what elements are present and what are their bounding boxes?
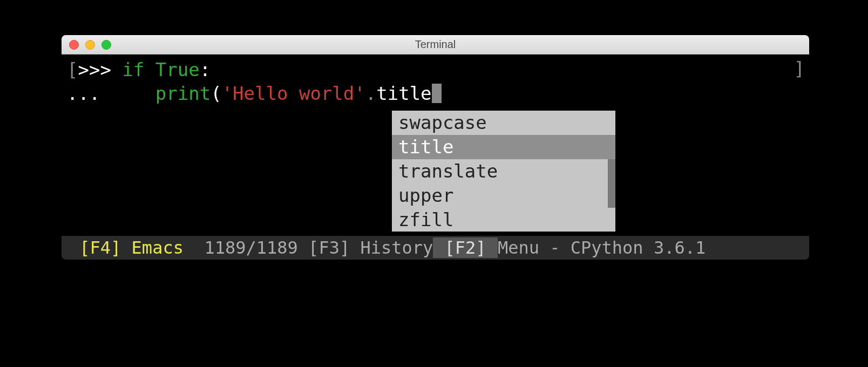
- completion-item[interactable]: swapcase: [392, 111, 615, 135]
- maximize-icon[interactable]: [101, 40, 111, 50]
- titlebar: Terminal: [62, 35, 809, 55]
- f3-key[interactable]: [F3]: [298, 237, 361, 258]
- terminal-window: Terminal ] [>>> if True: ... print('Hell…: [62, 35, 809, 260]
- traffic-lights: [62, 40, 111, 50]
- constant-true: True: [155, 59, 200, 80]
- dot-operator: .: [365, 83, 376, 104]
- cursor-icon: [432, 84, 442, 103]
- f2-key[interactable]: [F2]: [433, 237, 498, 258]
- right-bracket: ]: [794, 58, 805, 79]
- code-line-2: ... print('Hello world'.title: [67, 81, 804, 105]
- f3-label[interactable]: History: [360, 237, 433, 258]
- status-bar: [F4] Emacs 1189/1189 [F3] History [F2] M…: [62, 236, 809, 260]
- scrollbar-thumb[interactable]: [608, 159, 615, 208]
- f4-key[interactable]: [F4]: [69, 237, 132, 258]
- completion-item[interactable]: translate: [392, 159, 615, 184]
- minimize-icon[interactable]: [85, 40, 95, 50]
- completion-popup[interactable]: swapcasetitletranslateupperzfill: [392, 111, 615, 232]
- f2-label[interactable]: Menu: [498, 237, 539, 258]
- terminal-body[interactable]: ] [>>> if True: ... print('Hello world'.…: [62, 55, 809, 260]
- completion-item[interactable]: upper: [392, 184, 615, 208]
- function-print: print: [155, 83, 211, 104]
- history-counter: 1189/1189: [204, 237, 297, 258]
- method-name: title: [376, 83, 431, 104]
- completion-item[interactable]: title: [392, 135, 615, 159]
- completion-item[interactable]: zfill: [392, 208, 615, 232]
- string-literal: 'Hello world': [222, 83, 365, 104]
- prompt-primary: >>>: [78, 59, 122, 80]
- code-line-1: [>>> if True:: [67, 58, 804, 81]
- indent: [111, 83, 155, 104]
- paren-open: (: [211, 83, 221, 104]
- window-title: Terminal: [62, 38, 809, 51]
- colon: :: [200, 59, 211, 80]
- keyword-if: if: [122, 59, 144, 80]
- f4-label[interactable]: Emacs: [132, 237, 184, 258]
- close-icon[interactable]: [69, 40, 79, 50]
- prompt-continuation: ...: [67, 83, 111, 104]
- interpreter-label: - CPython 3.6.1: [539, 237, 716, 258]
